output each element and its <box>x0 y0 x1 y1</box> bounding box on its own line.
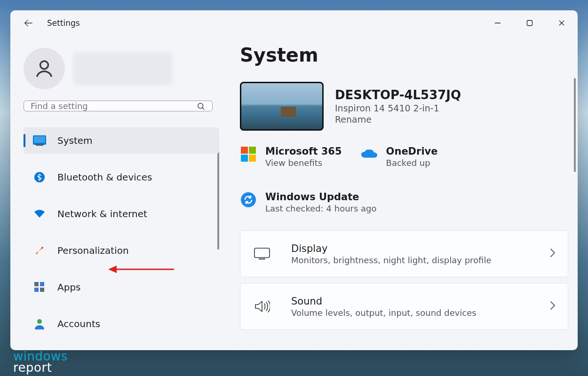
arrow-left-icon <box>23 18 33 28</box>
sidebar-item-label: Apps <box>57 282 81 293</box>
search-input[interactable] <box>31 101 196 111</box>
svg-rect-11 <box>40 288 44 292</box>
profile-block[interactable] <box>24 44 219 101</box>
tile-title: Microsoft 365 <box>265 146 342 157</box>
pc-model: Inspiron 14 5410 2-in-1 <box>335 103 461 113</box>
windows-update-icon <box>240 191 257 208</box>
svg-rect-5 <box>36 145 43 146</box>
svg-rect-9 <box>40 282 44 286</box>
watermark-line2: report <box>13 360 52 375</box>
sound-icon <box>253 297 271 316</box>
svg-rect-19 <box>249 155 256 162</box>
display-icon <box>32 133 47 148</box>
svg-point-7 <box>41 247 43 249</box>
maximize-icon <box>526 20 533 26</box>
sidebar-item-accounts[interactable]: Accounts <box>24 311 219 337</box>
svg-rect-10 <box>34 288 39 292</box>
search-icon <box>196 102 206 111</box>
sidebar: System Bluetooth & devices Network & int… <box>10 36 227 350</box>
titlebar: Settings <box>10 10 578 36</box>
main-scrollbar[interactable] <box>574 78 576 172</box>
svg-rect-4 <box>34 136 45 143</box>
sidebar-item-bluetooth[interactable]: Bluetooth & devices <box>24 164 219 190</box>
person-icon <box>33 58 55 79</box>
onedrive-icon <box>361 146 378 163</box>
setting-row-sound[interactable]: Sound Volume levels, output, input, soun… <box>240 283 568 330</box>
sidebar-item-network[interactable]: Network & internet <box>24 201 219 227</box>
tile-title: OneDrive <box>386 146 438 157</box>
tile-subtitle: Last checked: 4 hours ago <box>265 204 377 213</box>
svg-point-20 <box>241 192 256 207</box>
pc-card: DESKTOP-4L537JQ Inspiron 14 5410 2-in-1 … <box>240 82 568 131</box>
sidebar-item-apps[interactable]: Apps <box>24 274 219 300</box>
chevron-right-icon <box>550 301 556 312</box>
svg-rect-22 <box>259 258 265 259</box>
wifi-icon <box>32 206 47 221</box>
sidebar-item-label: Bluetooth & devices <box>57 172 152 183</box>
tile-windows-update[interactable]: Windows Update Last checked: 4 hours ago <box>240 191 568 213</box>
monitor-icon <box>253 244 271 263</box>
setting-row-subtitle: Monitors, brightness, night light, displ… <box>291 255 550 265</box>
tile-subtitle: Backed up <box>386 158 438 168</box>
apps-icon <box>32 280 47 295</box>
paintbrush-icon <box>32 243 47 258</box>
minimize-icon <box>494 20 501 26</box>
svg-rect-16 <box>241 147 248 154</box>
annotation-arrow <box>108 265 174 274</box>
watermark: windows report <box>13 351 68 373</box>
setting-row-title: Display <box>291 243 550 254</box>
nav: System Bluetooth & devices Network & int… <box>24 127 219 350</box>
page-title: System <box>240 44 568 66</box>
tile-title: Windows Update <box>265 191 377 203</box>
avatar <box>24 48 65 89</box>
profile-name-blurred <box>73 52 172 85</box>
sidebar-item-personalization[interactable]: Personalization <box>24 237 219 264</box>
maximize-button[interactable] <box>514 13 546 34</box>
sidebar-item-label: Accounts <box>57 318 100 329</box>
account-icon <box>32 316 47 331</box>
tile-subtitle: View benefits <box>265 158 342 168</box>
svg-point-1 <box>40 61 48 69</box>
svg-rect-18 <box>241 155 248 162</box>
setting-list: Display Monitors, brightness, night ligh… <box>240 230 568 330</box>
pc-wallpaper-thumbnail <box>240 82 324 131</box>
svg-rect-17 <box>249 147 256 154</box>
tile-microsoft365[interactable]: Microsoft 365 View benefits <box>240 146 342 168</box>
close-button[interactable] <box>546 13 578 34</box>
tile-onedrive[interactable]: OneDrive Backed up <box>361 146 438 168</box>
search-box[interactable] <box>24 101 213 111</box>
setting-row-display[interactable]: Display Monitors, brightness, night ligh… <box>240 230 568 277</box>
svg-rect-8 <box>34 282 39 286</box>
sidebar-item-label: System <box>57 135 93 146</box>
chevron-right-icon <box>550 248 556 259</box>
close-icon <box>558 20 565 26</box>
setting-row-subtitle: Volume levels, output, input, sound devi… <box>291 308 550 318</box>
settings-window: Settings <box>10 10 578 350</box>
rename-link[interactable]: Rename <box>335 114 461 125</box>
microsoft-logo-icon <box>240 146 257 163</box>
app-title: Settings <box>47 18 80 28</box>
quick-tiles: Microsoft 365 View benefits OneDrive Bac… <box>240 146 568 213</box>
main-panel: System DESKTOP-4L537JQ Inspiron 14 5410 … <box>227 36 578 350</box>
back-button[interactable] <box>20 15 37 31</box>
setting-row-title: Sound <box>291 296 550 307</box>
sidebar-item-system[interactable]: System <box>24 127 219 154</box>
bluetooth-icon <box>32 170 47 185</box>
svg-rect-21 <box>254 248 270 258</box>
minimize-button[interactable] <box>482 13 514 34</box>
sidebar-item-label: Personalization <box>57 245 129 256</box>
sidebar-item-label: Network & internet <box>57 208 147 219</box>
svg-rect-0 <box>527 21 532 26</box>
svg-point-12 <box>37 319 42 324</box>
pc-name: DESKTOP-4L537JQ <box>335 88 461 102</box>
